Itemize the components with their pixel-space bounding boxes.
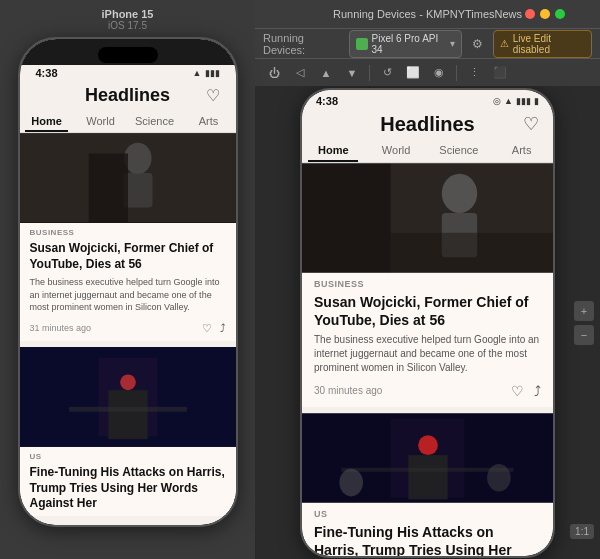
android-time: 4:38	[316, 95, 338, 107]
more-btn[interactable]: ⋮	[463, 62, 485, 84]
tab-world-phone[interactable]: World	[74, 110, 128, 132]
svg-rect-17	[408, 455, 447, 499]
crowd-image-phone-2	[20, 347, 236, 447]
ide-title: Running Devices - KMPNYTimesNews	[333, 8, 522, 20]
svg-point-16	[418, 435, 438, 455]
battery-icon-android: ▮	[534, 96, 539, 106]
tab-world-android[interactable]: World	[365, 138, 428, 162]
article-actions-android-1: ♡ ⤴	[511, 383, 541, 399]
close-button[interactable]	[525, 9, 535, 19]
android-screen: 4:38 ◎ ▲ ▮▮▮ ▮ Headlines ♡ Home Worl	[302, 90, 553, 556]
article-time-phone-1: 31 minutes ago	[30, 323, 92, 333]
svg-rect-13	[391, 232, 553, 271]
heart-icon-android[interactable]: ♡	[523, 113, 539, 135]
ide-title-bar: Running Devices - KMPNYTimesNews	[255, 0, 600, 28]
like-icon-android-1[interactable]: ♡	[511, 383, 524, 399]
tab-arts-phone[interactable]: Arts	[182, 110, 236, 132]
android-status-bar: 4:38 ◎ ▲ ▮▮▮ ▮	[302, 90, 553, 109]
svg-point-1	[124, 143, 151, 174]
scroll-area-phone[interactable]: BUSINESS Susan Wojcicki, Former Chief of…	[20, 133, 236, 525]
article-title-android-1: Susan Wojcicki, Former Chief of YouTube,…	[302, 291, 553, 333]
person-image-1	[20, 133, 236, 223]
volume-up-btn[interactable]: ▲	[315, 62, 337, 84]
article-category-android-1: BUSINESS	[302, 273, 553, 291]
tabs-phone: Home World Science Arts	[20, 110, 236, 133]
ide-controls-bar: ⏻ ◁ ▲ ▼ ↺ ⬜ ◉ ⋮ ⬛	[255, 58, 600, 86]
maximize-button[interactable]	[555, 9, 565, 19]
toolbar-label: Running Devices:	[263, 32, 343, 56]
back-btn[interactable]: ◁	[289, 62, 311, 84]
toolbar-btn-settings[interactable]: ⚙	[468, 34, 487, 54]
phone-time: 4:38	[36, 67, 58, 79]
notch-bar	[20, 39, 236, 65]
article-title-phone-2: Fine-Tuning His Attacks on Harris, Trump…	[20, 463, 236, 516]
share-icon-phone-1[interactable]: ⤴	[220, 322, 226, 335]
article-card-phone-1[interactable]: BUSINESS Susan Wojcicki, Former Chief of…	[20, 133, 236, 341]
chevron-down-icon: ▾	[450, 38, 455, 49]
article-title-android-2: Fine-Tuning His Attacks on Harris, Trump…	[302, 521, 553, 556]
location-icon: ◎	[493, 96, 501, 106]
article-card-android-2[interactable]: US Fine-Tuning His Attacks on Harris, Tr…	[302, 413, 553, 556]
svg-rect-12	[302, 163, 391, 271]
traffic-lights	[525, 9, 565, 19]
status-icons-phone: ▲ ▮▮▮	[193, 68, 220, 78]
app-header-phone: Headlines ♡	[20, 81, 236, 110]
power-btn[interactable]: ⏻	[263, 62, 285, 84]
device-screen-area: 4:38 ◎ ▲ ▮▮▮ ▮ Headlines ♡ Home Worl	[255, 86, 600, 559]
article-category-phone-2: US	[20, 447, 236, 463]
app-title-phone: Headlines	[85, 85, 170, 106]
like-icon-phone-1[interactable]: ♡	[202, 322, 212, 335]
rotate-btn[interactable]: ↺	[376, 62, 398, 84]
volume-down-btn[interactable]: ▼	[341, 62, 363, 84]
article-image-android-2	[302, 413, 553, 503]
app-title-android: Headlines	[380, 113, 474, 136]
svg-point-19	[339, 469, 363, 497]
minimize-button[interactable]	[540, 9, 550, 19]
article-category-phone-1: BUSINESS	[20, 223, 236, 239]
article-actions-phone-1: ♡ ⤴	[202, 322, 226, 335]
battery-icon: ▮▮▮	[205, 68, 220, 78]
device-selector[interactable]: Pixel 6 Pro API 34 ▾	[349, 30, 462, 58]
device-os: iOS 17.5	[102, 20, 154, 31]
article-time-android-1: 30 minutes ago	[314, 385, 382, 396]
zoom-in-btn[interactable]: +	[574, 301, 594, 321]
signal-icon-android: ▮▮▮	[516, 96, 531, 106]
side-buttons: + −	[574, 301, 594, 345]
android-frame: 4:38 ◎ ▲ ▮▮▮ ▮ Headlines ♡ Home Worl	[300, 88, 555, 558]
device-model: iPhone 15	[102, 8, 154, 20]
camera-btn[interactable]: ◉	[428, 62, 450, 84]
article-card-android-1[interactable]: BUSINESS Susan Wojcicki, Former Chief of…	[302, 163, 553, 407]
article-image-android-1	[302, 163, 553, 273]
zoom-out-btn[interactable]: −	[574, 325, 594, 345]
ide-toolbar: Running Devices: Pixel 6 Pro API 34 ▾ ⚙ …	[255, 28, 600, 58]
tab-home-phone[interactable]: Home	[20, 110, 74, 132]
svg-rect-7	[108, 390, 147, 439]
article-title-phone-1: Susan Wojcicki, Former Chief of YouTube,…	[20, 239, 236, 276]
svg-point-6	[120, 374, 136, 390]
scroll-area-android[interactable]: BUSINESS Susan Wojcicki, Former Chief of…	[302, 163, 553, 556]
dynamic-island	[98, 47, 158, 63]
tab-science-android[interactable]: Science	[428, 138, 491, 162]
tab-home-android[interactable]: Home	[302, 138, 365, 162]
screenshot-btn[interactable]: ⬜	[402, 62, 424, 84]
tab-arts-android[interactable]: Arts	[490, 138, 553, 162]
svg-rect-8	[69, 407, 187, 412]
status-bar-phone: 4:38 ▲ ▮▮▮	[20, 65, 236, 81]
tab-science-phone[interactable]: Science	[128, 110, 182, 132]
left-simulator-panel: iPhone 15 iOS 17.5 4:38 ▲ ▮▮▮ Headlines …	[0, 0, 255, 559]
ratio-badge: 1:1	[570, 524, 594, 539]
svg-point-10	[442, 173, 477, 212]
share-icon-android-1[interactable]: ⤴	[534, 383, 541, 399]
article-card-phone-2[interactable]: US Fine-Tuning His Attacks on Harris, Tr…	[20, 347, 236, 516]
article-image-phone-1	[20, 133, 236, 223]
live-edit-text: Live Edit disabled	[513, 33, 585, 55]
pixel-icon	[356, 38, 367, 50]
heart-icon-phone[interactable]: ♡	[206, 86, 220, 105]
iphone-frame: 4:38 ▲ ▮▮▮ Headlines ♡ Home World Scienc…	[18, 37, 238, 527]
article-image-phone-2	[20, 347, 236, 447]
device-info: iPhone 15 iOS 17.5	[102, 8, 154, 31]
right-ide-panel: Running Devices - KMPNYTimesNews Running…	[255, 0, 600, 559]
app-header-android: Headlines ♡	[302, 109, 553, 138]
fold-btn[interactable]: ⬛	[489, 62, 511, 84]
ctrl-divider-1	[369, 65, 370, 81]
